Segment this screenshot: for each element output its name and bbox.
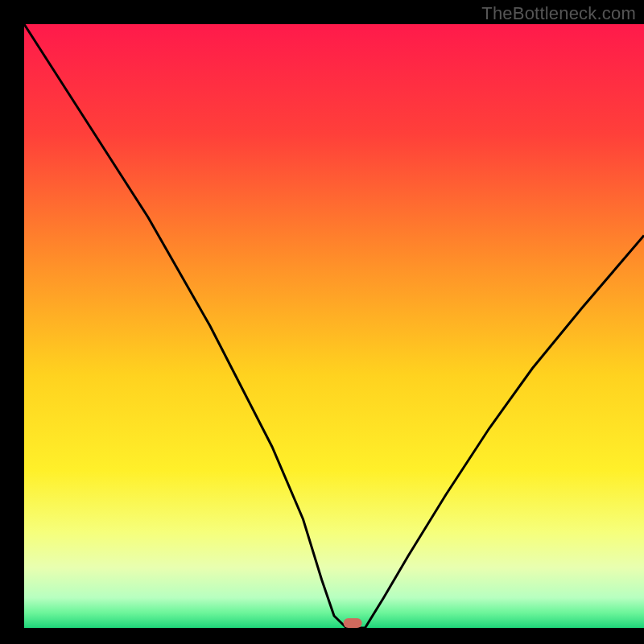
bottleneck-chart xyxy=(0,0,644,644)
optimal-marker xyxy=(344,618,362,628)
plot-background xyxy=(24,24,644,628)
watermark-text: TheBottleneck.com xyxy=(481,3,636,24)
chart-frame: TheBottleneck.com xyxy=(0,0,644,644)
